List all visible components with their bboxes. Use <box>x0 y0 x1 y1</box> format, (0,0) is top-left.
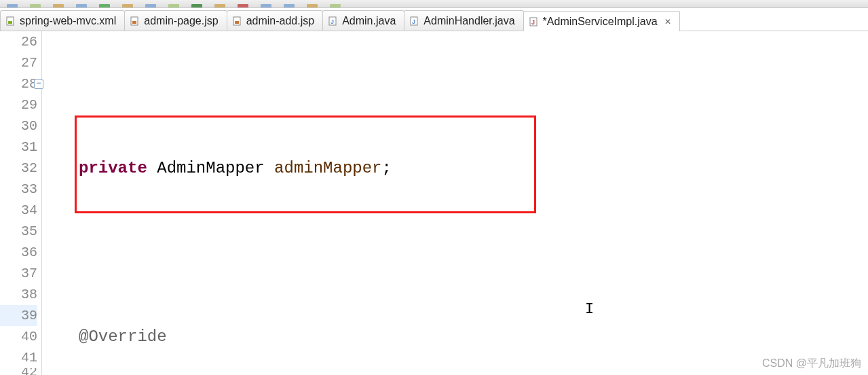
line-number: 32 <box>0 158 37 179</box>
line-number: 28 − <box>0 73 37 94</box>
line-number: 37 <box>0 263 37 284</box>
tab-label: AdminHandler.java <box>423 15 514 27</box>
tab-admin-service-impl[interactable]: J *AdminServiceImpl.java ✕ <box>523 11 680 31</box>
svg-text:J: J <box>331 18 334 25</box>
line-number: 26 <box>0 31 37 52</box>
tab-admin-handler[interactable]: J AdminHandler.java <box>404 10 523 31</box>
code-line <box>79 242 868 263</box>
tab-label: Admin.java <box>342 15 396 27</box>
line-number: 38 <box>0 284 37 305</box>
tab-label: spring-web-mvc.xml <box>20 15 116 27</box>
xml-file-icon <box>6 16 16 26</box>
line-number: 41 <box>0 347 37 368</box>
code-line: @Override <box>79 326 868 347</box>
code-editor[interactable]: 26 27 28 − 29 30 31 32 33 34 35 36 37 38… <box>0 31 868 375</box>
line-number: 27 <box>0 52 37 73</box>
line-number: 31 <box>0 137 37 158</box>
line-number: 40 <box>0 326 37 347</box>
svg-rect-1 <box>8 21 12 24</box>
java-file-icon: J <box>410 16 419 26</box>
line-number: 29 <box>0 94 37 115</box>
line-number: 30 <box>0 115 37 137</box>
jsp-file-icon <box>233 16 242 26</box>
svg-text:J: J <box>531 19 535 26</box>
code-line: private AdminMapper adminMapper; <box>79 158 868 179</box>
java-file-icon: J <box>328 16 338 26</box>
line-number: 33 <box>0 179 37 200</box>
tab-spring-web-mvc[interactable]: spring-web-mvc.xml <box>0 10 125 31</box>
line-number: 42 <box>0 368 37 375</box>
svg-text:J: J <box>412 18 415 25</box>
mouse-cursor-icon: I <box>585 299 594 320</box>
line-gutter: 26 27 28 − 29 30 31 32 33 34 35 36 37 38… <box>0 31 42 375</box>
tab-label: admin-page.jsp <box>144 15 218 27</box>
tab-admin-java[interactable]: J Admin.java <box>322 10 404 31</box>
close-icon[interactable]: ✕ <box>664 17 671 26</box>
tab-label: admin-add.jsp <box>246 15 315 27</box>
line-number: 35 <box>0 221 37 242</box>
tab-label: *AdminServiceImpl.java <box>543 16 658 28</box>
line-number: 34 <box>0 200 37 221</box>
code-area[interactable]: private AdminMapper adminMapper; @Overri… <box>42 31 868 375</box>
java-file-icon: J <box>529 17 539 26</box>
tab-admin-add[interactable]: admin-add.jsp <box>227 10 324 31</box>
svg-rect-5 <box>235 21 239 24</box>
line-number: 39 <box>0 305 37 326</box>
svg-rect-3 <box>132 21 136 24</box>
editor-tabs: spring-web-mvc.xml admin-page.jsp admin-… <box>0 8 868 31</box>
toolbar <box>0 0 868 8</box>
line-number: 36 <box>0 242 37 263</box>
jsp-file-icon <box>130 16 140 26</box>
tab-admin-page[interactable]: admin-page.jsp <box>124 10 227 31</box>
watermark: CSDN @平凡加班狗 <box>762 357 861 371</box>
